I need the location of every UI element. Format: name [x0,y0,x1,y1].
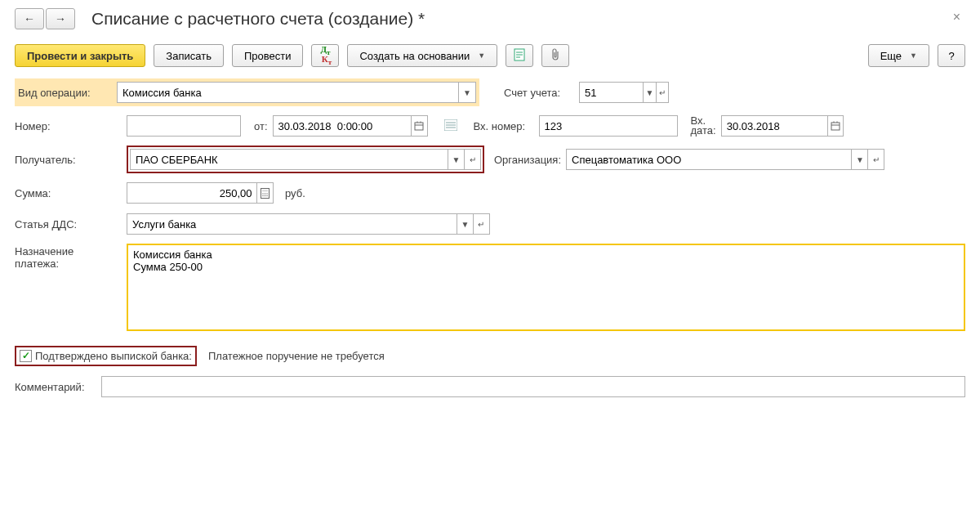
operation-type-input[interactable] [118,83,458,102]
document-icon [514,48,525,64]
chevron-down-icon: ▼ [910,51,917,60]
chevron-down-icon: ▼ [856,155,864,164]
organization-input[interactable] [567,150,851,169]
save-button[interactable]: Записать [154,44,224,67]
more-button[interactable]: Еще ▼ [868,44,929,67]
dds-input[interactable] [127,214,457,234]
nav-back-button[interactable]: ← [15,8,44,29]
calendar-icon [414,121,424,131]
attachment-button[interactable] [541,44,569,67]
chevron-down-icon: ▼ [452,155,461,164]
account-dropdown[interactable]: ▼ [643,83,655,102]
post-button[interactable]: Провести [232,44,304,67]
from-label: от: [254,120,268,132]
checkbox-checked-icon: ✓ [20,350,32,362]
in-date-input[interactable] [722,116,827,136]
svg-rect-12 [831,123,840,130]
organization-open[interactable]: ↵ [867,150,884,169]
chevron-down-icon: ▼ [461,220,469,229]
account-label: Счет учета: [504,87,574,99]
close-button[interactable]: × [948,8,965,26]
post-and-close-button[interactable]: Провести и закрыть [15,44,145,67]
comment-input[interactable] [102,377,964,396]
sum-input[interactable] [127,183,256,203]
organization-label: Организация: [494,154,561,166]
account-open[interactable]: ↵ [656,83,668,102]
list-icon-button[interactable] [444,119,457,133]
recipient-label: Получатель: [15,154,109,166]
svg-point-23 [267,195,268,195]
nav-forward-button[interactable]: → [46,8,75,29]
svg-rect-4 [415,123,423,130]
confirmed-checkbox[interactable]: ✓ [20,350,32,362]
calendar-icon [831,121,840,131]
arrow-right-icon: → [55,12,66,25]
svg-point-18 [263,193,264,194]
in-date-picker[interactable] [827,116,843,136]
date-picker[interactable] [411,116,427,136]
dds-open[interactable]: ↵ [473,214,489,234]
purpose-label: Назначение платежа: [15,244,109,270]
in-number-label: Вх. номер: [474,120,534,132]
svg-point-20 [267,193,268,194]
payment-order-na-label: Платежное поручение не требуется [208,350,385,362]
comment-label: Комментарий: [15,381,96,393]
recipient-input[interactable] [131,150,448,169]
open-icon: ↵ [873,155,880,164]
open-icon: ↵ [478,220,484,229]
number-input[interactable] [127,116,240,136]
paperclip-icon [550,48,560,64]
number-label: Номер: [15,120,109,132]
operation-type-label: Вид операции: [18,87,112,99]
page-title: Списание с расчетного счета (создание) * [91,9,425,29]
sum-label: Сумма: [15,187,109,199]
confirmed-label: Подтверждено выпиской банка: [35,350,192,362]
organization-dropdown[interactable]: ▼ [851,150,867,169]
date-input[interactable] [274,116,411,136]
report-button[interactable] [506,44,533,67]
currency-label: руб. [285,187,305,199]
sum-calculator[interactable] [256,183,273,203]
debit-credit-icon: ДтКт [319,46,332,65]
chevron-down-icon: ▼ [646,88,654,97]
recipient-dropdown[interactable]: ▼ [448,150,464,169]
help-button[interactable]: ? [938,44,965,67]
in-date-label: Вх. дата: [691,116,716,136]
operation-type-dropdown[interactable]: ▼ [458,83,475,102]
chevron-down-icon: ▼ [478,51,485,60]
purpose-textarea[interactable] [128,245,964,327]
debit-credit-button[interactable]: ДтКт [311,44,339,67]
open-icon: ↵ [659,88,666,97]
svg-point-21 [263,195,264,195]
recipient-open[interactable]: ↵ [464,150,480,169]
open-icon: ↵ [470,155,476,164]
svg-point-22 [265,195,265,195]
create-based-on-button[interactable]: Создать на основании ▼ [347,44,497,67]
dds-dropdown[interactable]: ▼ [457,214,473,234]
chevron-down-icon: ▼ [463,88,471,97]
arrow-left-icon: ← [24,12,35,25]
in-number-input[interactable] [540,116,677,136]
dds-label: Статья ДДС: [15,218,109,231]
svg-rect-17 [262,190,268,192]
account-input[interactable] [580,83,643,102]
svg-point-19 [265,193,265,194]
calculator-icon [261,188,270,199]
close-icon: × [953,10,960,24]
list-icon [444,121,457,133]
